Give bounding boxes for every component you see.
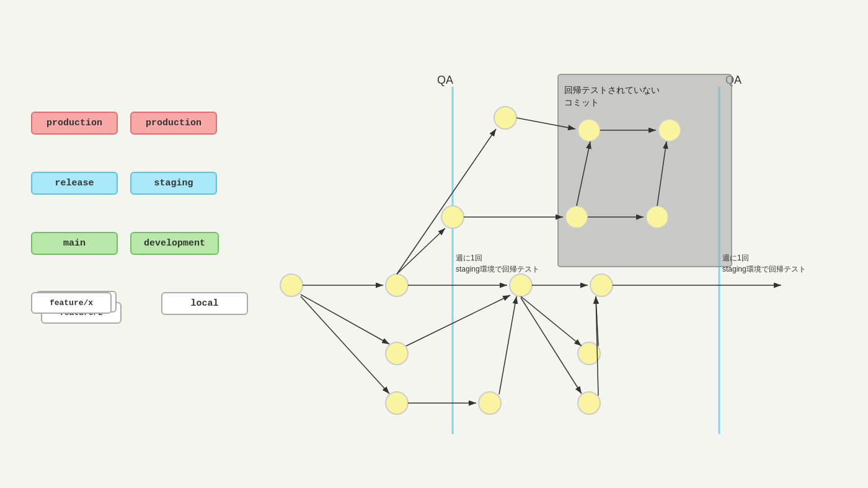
feature-local-row: feature/x feature/y feature/z local: [31, 292, 248, 342]
node-feature-4: [578, 392, 600, 414]
node-dev-3: [510, 274, 532, 296]
annotation-left-1: 週に1回: [456, 254, 482, 262]
development-badge: development: [130, 232, 219, 255]
dev-to-feature-1: [301, 295, 389, 344]
annotation-right-2: staging環境で回帰テスト: [722, 265, 806, 273]
node-dev-1: [280, 274, 303, 296]
dev-to-qa: [397, 129, 496, 274]
dev-to-staging-1: [397, 228, 445, 274]
local-badge: local: [161, 292, 248, 315]
release-staging-row: release staging: [31, 172, 248, 195]
legend: production production release staging ma…: [31, 112, 248, 379]
node-qa: [494, 107, 516, 129]
node-feature-2: [386, 392, 408, 414]
node-staging-3: [646, 206, 668, 228]
qa-label-left: QA: [437, 74, 453, 86]
dev-to-feature-2: [301, 296, 389, 394]
node-qa-box-2: [658, 119, 681, 141]
release-badge: release: [31, 172, 118, 195]
main-badge: main: [31, 232, 118, 255]
feature-to-dev-1: [406, 295, 510, 346]
node-qa-box-1: [578, 119, 600, 141]
dev-to-feature-4: [521, 298, 582, 394]
node-staging-2: [565, 206, 588, 228]
feature-to-dev-2: [499, 296, 516, 394]
dev-to-feature-3: [521, 296, 582, 346]
node-feature-3: [479, 392, 501, 414]
production-badge-1: production: [31, 112, 118, 135]
production-row: production production: [31, 112, 248, 135]
production-badge-2: production: [130, 112, 217, 135]
diagram: QA QA 回帰テストされていない コミット: [273, 37, 843, 459]
annotation-right-1: 週に1回: [722, 254, 749, 262]
annotation-left-2: staging環境で回帰テスト: [456, 265, 539, 273]
box-title-line1: 回帰テストされていない: [564, 85, 660, 95]
node-feature-1: [386, 342, 408, 365]
feature-badges: feature/x feature/y feature/z: [31, 292, 130, 342]
main-development-row: main development: [31, 232, 248, 255]
node-dev-4: [590, 274, 613, 296]
box-title-line2: コミット: [564, 97, 599, 107]
feature-x-badge: feature/x: [31, 292, 112, 314]
staging-badge: staging: [130, 172, 217, 195]
node-staging-1: [441, 206, 464, 228]
node-dev-2: [386, 274, 408, 296]
